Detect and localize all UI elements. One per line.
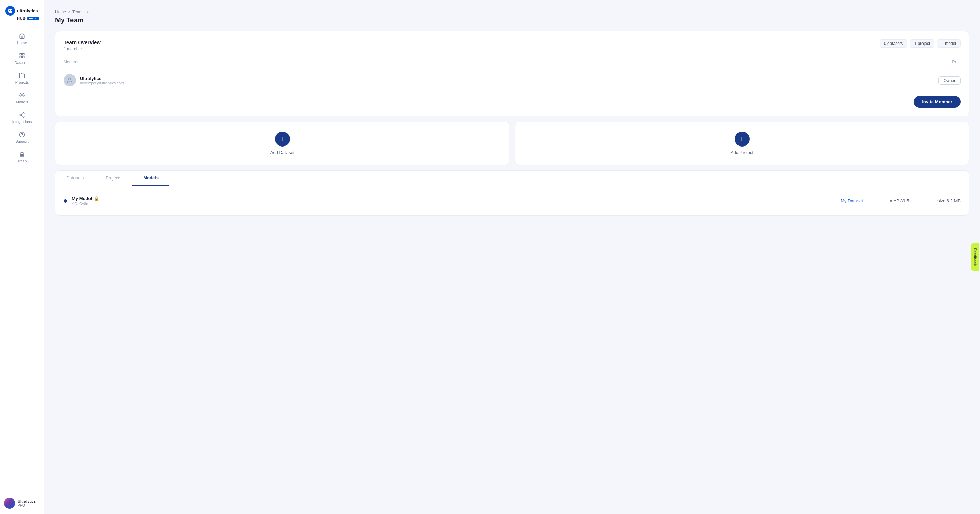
user-info: Ultralytics PRO (18, 500, 36, 507)
breadcrumb: Home > Teams > (55, 10, 969, 14)
member-avatar (64, 74, 76, 86)
user-plan: PRO (18, 503, 36, 507)
model-name-row: My Model 🔒 (72, 196, 824, 201)
svg-rect-6 (20, 56, 21, 58)
breadcrumb-sep-1: > (68, 10, 70, 14)
team-overview-card: Team Overview 1 member 0 datasets 1 proj… (55, 31, 969, 116)
user-avatar (4, 498, 15, 509)
role-col-label: Role (952, 59, 961, 64)
user-name: Ultralytics (18, 500, 36, 503)
projects-icon (19, 72, 25, 79)
model-dataset[interactable]: My Dataset (824, 198, 879, 203)
feedback-button[interactable]: Feedback (971, 243, 979, 271)
sidebar-nav: Home Datasets Projects Models (0, 26, 44, 492)
main-content: Home > Teams > My Team Team Overview 1 m… (44, 0, 980, 514)
sidebar-item-models-label: Models (16, 100, 28, 104)
stat-datasets: 0 datasets (880, 40, 907, 48)
add-project-card[interactable]: + Add Project (515, 122, 969, 165)
datasets-icon (19, 52, 25, 59)
add-dataset-card[interactable]: + Add Dataset (55, 122, 509, 165)
model-size: size 6.2 MB (920, 198, 961, 203)
tab-projects[interactable]: Projects (95, 171, 132, 186)
add-project-label: Add Project (730, 150, 753, 155)
add-cards-row: + Add Dataset + Add Project (55, 122, 969, 165)
trash-icon (19, 151, 25, 158)
sidebar: ultralytics HUB BETA Home Datasets Proj (0, 0, 44, 514)
home-icon (19, 33, 25, 40)
tabs-card: Datasets Projects Models My Model 🔒 YOLO… (55, 170, 969, 216)
svg-rect-4 (22, 53, 24, 55)
tab-datasets[interactable]: Datasets (56, 171, 95, 186)
tab-models[interactable]: Models (132, 171, 169, 186)
team-overview-title: Team Overview (64, 40, 101, 45)
model-name: My Model (72, 196, 92, 201)
model-status-dot (64, 199, 67, 203)
app-name: ultralytics (17, 8, 38, 13)
member-role: Owner (939, 78, 961, 83)
add-dataset-label: Add Dataset (270, 150, 295, 155)
svg-line-12 (21, 114, 23, 114)
lock-icon: 🔒 (94, 196, 99, 201)
sidebar-item-projects[interactable]: Projects (3, 69, 41, 88)
page-title: My Team (55, 16, 969, 24)
model-row[interactable]: My Model 🔒 YOLOv8n My Dataset mAP 89.5 s… (61, 192, 963, 210)
integrations-icon (19, 111, 25, 118)
svg-rect-3 (20, 53, 21, 55)
sidebar-item-trash-label: Trash (18, 159, 27, 163)
hub-label: HUB (17, 16, 25, 21)
sidebar-item-support[interactable]: Support (3, 128, 41, 147)
member-email: developer@ultralytics.com (80, 81, 124, 85)
member-table-header: Member Role (64, 57, 961, 67)
stat-projects: 1 project (910, 40, 934, 48)
tabs-header: Datasets Projects Models (56, 171, 969, 186)
member-row: Ultralytics developer@ultralytics.com Ow… (64, 70, 961, 90)
member-info: Ultralytics developer@ultralytics.com (80, 76, 124, 85)
team-stats: 0 datasets 1 project 1 model (880, 40, 961, 48)
member-name: Ultralytics (80, 76, 124, 81)
stat-models: 1 model (937, 40, 961, 48)
sidebar-item-support-label: Support (15, 140, 29, 143)
sidebar-item-home[interactable]: Home (3, 29, 41, 48)
models-icon (19, 92, 25, 98)
breadcrumb-home[interactable]: Home (55, 10, 66, 14)
model-info: My Model 🔒 YOLOv8n (72, 196, 824, 206)
breadcrumb-teams[interactable]: Teams (73, 10, 84, 14)
role-badge: Owner (939, 76, 961, 85)
svg-point-7 (21, 95, 23, 96)
sidebar-item-integrations[interactable]: Integrations (3, 108, 41, 127)
ultralytics-logo-icon (5, 6, 15, 16)
member-col-label: Member (64, 59, 79, 64)
svg-point-15 (69, 78, 71, 80)
sidebar-item-home-label: Home (17, 41, 27, 45)
model-architecture: YOLOv8n (72, 201, 824, 206)
sidebar-item-datasets[interactable]: Datasets (3, 49, 41, 68)
svg-rect-5 (22, 56, 24, 58)
sidebar-item-trash[interactable]: Trash (3, 148, 41, 167)
sidebar-item-models[interactable]: Models (3, 88, 41, 108)
member-count: 1 member (64, 47, 101, 51)
svg-line-11 (21, 115, 23, 116)
user-footer[interactable]: Ultralytics PRO (0, 492, 44, 514)
invite-row: Invite Member (64, 96, 961, 108)
breadcrumb-sep-2: > (86, 10, 89, 14)
invite-member-button[interactable]: Invite Member (914, 96, 961, 108)
tab-content-models: My Model 🔒 YOLOv8n My Dataset mAP 89.5 s… (56, 186, 969, 215)
add-dataset-icon: + (275, 132, 290, 146)
add-project-icon: + (735, 132, 749, 146)
support-icon (19, 131, 25, 138)
svg-point-1 (9, 10, 10, 11)
sidebar-item-projects-label: Projects (15, 80, 29, 84)
model-map: mAP 89.5 (879, 198, 920, 203)
sidebar-item-integrations-label: Integrations (12, 120, 32, 124)
sidebar-item-datasets-label: Datasets (14, 60, 29, 65)
svg-point-2 (11, 10, 12, 11)
logo-area: ultralytics HUB BETA (0, 0, 44, 26)
beta-badge: BETA (27, 17, 38, 21)
